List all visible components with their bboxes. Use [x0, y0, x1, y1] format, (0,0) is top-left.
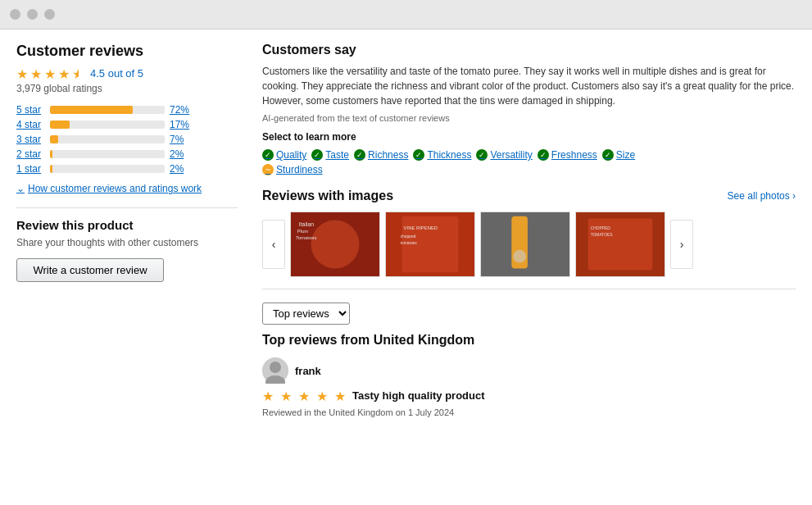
left-panel: Customer reviews ★ ★ ★ ★ ★ 4.5 out of 5 … [16, 43, 238, 492]
reviewer-name: frank [295, 365, 321, 377]
bar-row-5star: 5 star 72% [16, 104, 238, 116]
tag-label-richness: Richness [368, 149, 408, 161]
svg-text:chopped: chopped [401, 234, 416, 239]
avatar [262, 357, 288, 384]
see-all-photos-link[interactable]: See all photos › [728, 190, 796, 202]
tags-row-2: ~ Sturdiness [262, 164, 796, 175]
chrome-dot-2 [27, 9, 38, 20]
bar-fill-1 [50, 165, 52, 173]
tag-label-freshness: Freshness [551, 149, 597, 161]
svg-text:Italian: Italian [299, 221, 314, 227]
bar-label-3[interactable]: 3 star [16, 134, 45, 145]
tag-quality[interactable]: ✓ Quality [262, 149, 306, 161]
svg-point-18 [270, 362, 281, 373]
chevron-down-icon: ⌄ [16, 183, 25, 194]
bar-label-1[interactable]: 1 star [16, 163, 45, 175]
warning-icon-sturdiness: ~ [262, 164, 274, 175]
bar-fill-2 [50, 150, 52, 158]
svg-text:Plum: Plum [297, 229, 308, 234]
chrome-dot-1 [10, 9, 20, 20]
tag-size[interactable]: ✓ Size [602, 149, 635, 161]
bar-pct-1[interactable]: 2% [170, 163, 193, 175]
review-star-1: ★ [262, 389, 274, 404]
carousel-prev-button[interactable]: ‹ [262, 220, 285, 269]
svg-text:CHOPPED: CHOPPED [591, 226, 611, 230]
stars-display: ★ ★ ★ ★ ★ [16, 66, 85, 80]
divider-2 [262, 289, 796, 289]
stars-row: ★ ★ ★ ★ ★ 4.5 out of 5 [16, 66, 238, 80]
tag-richness[interactable]: ✓ Richness [354, 149, 408, 161]
tag-label-size: Size [616, 149, 635, 161]
ai-generated-label: AI-generated from the text of customer r… [262, 113, 796, 123]
bar-row-4star: 4 star 17% [16, 119, 238, 130]
tag-label-versatility: Versatility [490, 149, 532, 161]
checkmark-icon-freshness: ✓ [538, 149, 549, 161]
bar-bg-2 [50, 150, 165, 158]
tags-row-1: ✓ Quality ✓ Taste ✓ Richness ✓ Thickness… [262, 149, 796, 161]
review-star-3: ★ [298, 389, 310, 404]
svg-point-12 [513, 250, 526, 263]
customers-say-title: Customers say [262, 43, 796, 57]
review-image-4[interactable]: CHOPPED TOMATOES [575, 212, 665, 277]
star-5: ★ [72, 66, 85, 80]
bar-pct-2[interactable]: 2% [170, 148, 193, 160]
review-star-2: ★ [280, 389, 292, 404]
bar-fill-4 [50, 121, 70, 129]
sort-row: Top reviews Most recent [262, 303, 796, 325]
bar-label-4[interactable]: 4 star [16, 119, 45, 130]
review-image-2[interactable]: VINE RIPENED chopped tomatoes [385, 212, 475, 277]
review-this-title: Review this product [16, 218, 238, 232]
reviews-images-section: Reviews with images See all photos › ‹ I… [262, 189, 796, 277]
star-3: ★ [44, 66, 57, 80]
tag-versatility[interactable]: ✓ Versatility [476, 149, 532, 161]
review-star-5: ★ [334, 389, 346, 404]
rating-bars: 5 star 72% 4 star 17% 3 star 7% [16, 104, 238, 175]
tag-thickness[interactable]: ✓ Thickness [413, 149, 471, 161]
bar-pct-5[interactable]: 72% [170, 104, 193, 116]
checkmark-icon-size: ✓ [602, 149, 614, 161]
tag-sturdiness[interactable]: ~ Sturdiness [262, 164, 323, 175]
chrome-dot-3 [44, 9, 55, 20]
svg-text:TOMATOES: TOMATOES [591, 233, 614, 237]
tag-label-thickness: Thickness [427, 149, 471, 161]
bar-fill-5 [50, 106, 133, 114]
bar-label-5[interactable]: 5 star [16, 104, 45, 116]
star-4: ★ [58, 66, 71, 80]
svg-text:Tomatoes: Tomatoes [296, 235, 317, 240]
star-2: ★ [30, 66, 43, 80]
bar-bg-4 [50, 121, 165, 129]
write-review-button[interactable]: Write a customer review [16, 258, 164, 282]
reviewer-row: frank [262, 357, 796, 384]
right-panel: Customers say Customers like the versati… [262, 43, 796, 492]
sort-select[interactable]: Top reviews Most recent [262, 303, 350, 325]
review-image-3[interactable] [480, 212, 570, 277]
top-reviews-title: Top reviews from United Kingdom [262, 333, 796, 348]
checkmark-icon-richness: ✓ [354, 149, 365, 161]
tag-label-quality: Quality [276, 149, 306, 161]
bar-row-1star: 1 star 2% [16, 163, 238, 175]
bar-bg-1 [50, 165, 165, 173]
review-headline: Tasty high quality product [352, 389, 485, 402]
review-date: Reviewed in the United Kingdom on 1 July… [262, 407, 796, 417]
review-image-1[interactable]: Italian Plum Tomatoes [290, 212, 380, 277]
review-star-4: ★ [316, 389, 328, 404]
bar-pct-3[interactable]: 7% [170, 134, 193, 145]
reviews-images-header: Reviews with images See all photos › [262, 189, 796, 203]
page-body: Customer reviews ★ ★ ★ ★ ★ 4.5 out of 5 … [0, 30, 812, 505]
bar-label-2[interactable]: 2 star [16, 148, 45, 160]
reviews-images-title: Reviews with images [262, 189, 393, 203]
star-1: ★ [16, 66, 29, 80]
svg-text:VINE RIPENED: VINE RIPENED [404, 225, 438, 230]
rating-value: 4.5 out of 5 [90, 67, 143, 80]
how-reviews-link[interactable]: ⌄ How customer reviews and ratings work [16, 183, 238, 194]
review-subtitle: Share your thoughts with other customers [16, 237, 238, 248]
how-link-text: How customer reviews and ratings work [28, 183, 202, 194]
svg-point-1 [311, 221, 360, 269]
tag-taste[interactable]: ✓ Taste [311, 149, 349, 161]
tag-freshness[interactable]: ✓ Freshness [538, 149, 597, 161]
page-title: Customer reviews [16, 43, 238, 60]
bar-pct-4[interactable]: 17% [170, 119, 193, 130]
bar-bg-5 [50, 106, 165, 114]
select-to-learn-label: Select to learn more [262, 131, 796, 143]
carousel-next-button[interactable]: › [670, 220, 693, 269]
